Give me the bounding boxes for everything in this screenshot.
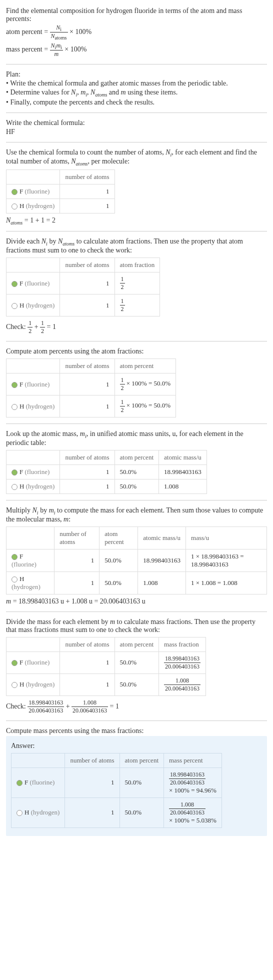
molecular-mass-text: Multiply Ni by mi to compute the mass fo… [6, 506, 267, 524]
var-natoms: Natoms [71, 158, 88, 165]
times-100: × 100% [64, 46, 86, 53]
denominator: 20.006403163 [164, 685, 200, 692]
sub-i: i [60, 26, 62, 32]
table-row: F (fluorine) 1 12 [6, 272, 160, 294]
m-equation: m = 18.998403163 u + 1.008 u = 20.006403… [6, 598, 267, 606]
atoms-value: 1 [60, 184, 114, 198]
atoms-value: 1 [65, 768, 120, 798]
check-equation: Check: 12 + 12 = 1 [6, 320, 267, 335]
var-m: m [110, 618, 115, 626]
element-name: (hydrogen) [31, 808, 60, 816]
table-row: H (hydrogen) 1 50.0% 1.008 1 × 1.008 = 1… [6, 572, 267, 594]
element-cell: F (fluorine) [12, 768, 65, 798]
denominator: 20.006403163 [164, 663, 200, 670]
table-row: H (hydrogen) 1 [6, 198, 115, 213]
element-cell: H (hydrogen) [6, 294, 60, 316]
element-name: (fluorine) [30, 778, 54, 786]
denominator: 2 [120, 406, 125, 414]
element-symbol: H [24, 808, 29, 816]
result: × 100% = 50.0% [125, 402, 171, 410]
percent-value: 50.0% [100, 549, 138, 572]
element-name: (fluorine) [24, 380, 50, 388]
fraction: Ni Natoms [50, 24, 68, 41]
element-swatch-icon [12, 484, 18, 490]
table-header: number of atoms atom fraction [6, 258, 160, 272]
var-n: N [51, 32, 55, 40]
answer-box: Answer: number of atoms atom percent mas… [6, 736, 267, 836]
element-cell: H (hydrogen) [6, 572, 54, 594]
result: × 100% = 50.0% [125, 380, 171, 388]
text: by [48, 238, 58, 245]
table-row: H (hydrogen) 1 50.0% 1.008 [6, 479, 207, 494]
molecular-mass-section: Multiply Ni by mi to compute the mass fo… [6, 506, 267, 606]
numerator: 1 [40, 320, 45, 328]
col-element [6, 258, 60, 272]
element-cell: H (hydrogen) [12, 798, 65, 828]
plan-bullet-3: • Finally, compute the percents and chec… [6, 98, 267, 106]
atoms-value: 1 [60, 374, 114, 396]
mass-percent-value: 18.99840316320.006403163 × 100% = 94.96% [164, 768, 222, 798]
table-header: number of atoms atom percent [6, 359, 176, 374]
element-name: (fluorine) [24, 658, 50, 666]
col-element [6, 637, 60, 652]
check-equation: Check: 18.99840316320.006403163 + 1.0082… [6, 699, 267, 714]
table-row: F (fluorine) 1 [6, 184, 115, 198]
var-ni: Ni [166, 148, 172, 156]
element-symbol: F [24, 778, 28, 786]
var-m: m [121, 88, 126, 96]
divider [6, 231, 267, 232]
element-swatch-icon [12, 660, 18, 666]
col-atom-fraction: atom fraction [114, 258, 160, 272]
element-swatch-icon [12, 281, 18, 287]
col-number-atoms: number of atoms [60, 359, 114, 374]
col-number-atoms: number of atoms [60, 637, 114, 652]
element-swatch-icon [16, 780, 22, 786]
atom-fractions-table: number of atoms atom fraction F (fluorin… [6, 258, 160, 316]
element-symbol: H [20, 402, 24, 410]
atomic-mass-value: 18.998403163 [138, 549, 186, 572]
count-atoms-table: number of atoms F (fluorine) 1 H (hydrog… [6, 170, 115, 214]
element-name: (hydrogen) [26, 202, 55, 210]
atoms-value: 1 [60, 464, 114, 479]
plan-title: Plan: [6, 70, 267, 78]
check-label: Check: [6, 702, 28, 710]
atomic-mass-text: Look up the atomic mass, mi, in unified … [6, 430, 267, 447]
table-row: F (fluorine) 1 50.0% 18.99840316320.0064… [6, 652, 206, 674]
atoms-value: 1 [60, 396, 114, 418]
mass-fractions-section: Divide the mass for each element by m to… [6, 618, 267, 714]
table-row: H (hydrogen) 1 12 × 100% = 50.0% [6, 396, 176, 418]
var-mi: mi [49, 506, 56, 514]
fraction-value: 1.00820.006403163 [159, 674, 206, 696]
col-mass-percent: mass percent [164, 753, 222, 768]
col-atom-percent: atom percent [114, 637, 159, 652]
plan-bullet-1: • Write the chemical formula and gather … [6, 80, 267, 88]
element-swatch-icon [12, 204, 18, 210]
write-formula-title: Write the chemical formula: [6, 119, 267, 127]
mass-fractions-text: Divide the mass for each element by m to… [6, 618, 267, 634]
denominator: 2 [28, 328, 32, 335]
element-swatch-icon [12, 404, 18, 410]
answer-table: number of atoms atom percent mass percen… [11, 753, 222, 828]
atom-percents-text: Compute atom percents using the atom fra… [6, 348, 267, 356]
result: × 100% = 94.96% [169, 786, 216, 794]
text: Look up the atomic mass, [6, 430, 80, 438]
denominator: 2 [40, 328, 45, 335]
element-cell: H (hydrogen) [6, 479, 60, 494]
col-mass: mass/u [186, 526, 267, 549]
atoms-value: 1 [60, 272, 114, 294]
col-number-atoms: number of atoms [60, 170, 114, 184]
denominator: 20.006403163 [28, 707, 64, 714]
table-header: number of atoms atom percent mass fracti… [6, 637, 206, 652]
denominator: 2 [120, 306, 125, 313]
divider [6, 612, 267, 612]
percent-value: 50.0% [120, 798, 164, 828]
col-number-atoms: number of atoms [60, 450, 114, 464]
divider [6, 720, 267, 721]
result: × 100% = 5.038% [169, 816, 216, 824]
percent-value: 50.0% [114, 674, 159, 696]
element-symbol: H [20, 482, 24, 490]
element-cell: H (hydrogen) [6, 674, 60, 696]
col-number-atoms: number of atoms [60, 258, 114, 272]
table-header: number of atoms atom percent atomic mass… [6, 526, 267, 549]
table-row: H (hydrogen) 1 12 [6, 294, 160, 316]
